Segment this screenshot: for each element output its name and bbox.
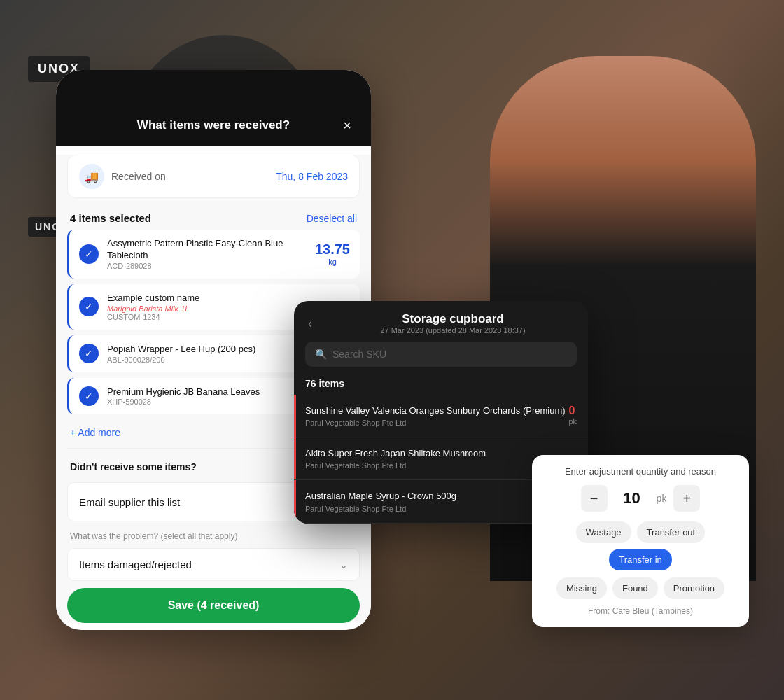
items-total: 76 items (294, 375, 588, 395)
save-button[interactable]: Save (4 received) (67, 588, 360, 623)
storage-item-unit: pk (568, 417, 577, 426)
phone-header-title: What items were received? (90, 118, 337, 132)
item-qty: 13.75 kg (315, 241, 350, 266)
qty-row: − 10 pk + (543, 485, 738, 512)
deselect-all-button[interactable]: Deselect all (307, 213, 357, 224)
phone-header: What items were received? × (56, 108, 371, 146)
item-qty-unit: kg (315, 258, 350, 266)
adjustment-card: Enter adjustment quantity and reason − 1… (532, 455, 749, 627)
qty-unit: pk (657, 493, 667, 504)
check-icon: ✓ (79, 344, 99, 363)
close-button[interactable]: × (337, 115, 357, 135)
storage-header: ‹ Storage cupboard 27 Mar 2023 (updated … (294, 301, 588, 342)
item-info: Assymetric Pattern Plastic Easy-Clean Bl… (107, 238, 307, 270)
storage-item-details: Australian Maple Syrup - Crown 500g Paru… (305, 490, 456, 512)
storage-item-supplier: Parul Vegetable Shop Pte Ltd (305, 419, 566, 427)
storage-subtitle: 27 Mar 2023 (updated 28 Mar 2023 18:37) (332, 326, 574, 335)
storage-item-details: Akita Super Fresh Japan Shiitake Mushroo… (305, 447, 486, 470)
check-icon: ✓ (79, 297, 99, 316)
back-button[interactable]: ‹ (308, 316, 325, 331)
reason-found[interactable]: Found (612, 578, 658, 599)
reason-wastage[interactable]: Wastage (576, 522, 631, 543)
minus-button[interactable]: − (581, 485, 608, 512)
email-supplier-text: Email supplier this list (79, 496, 180, 508)
check-icon: ✓ (79, 386, 99, 406)
storage-item-name: Akita Super Fresh Japan Shiitake Mushroo… (305, 447, 486, 460)
plus-button[interactable]: + (673, 485, 700, 512)
storage-item-name: Australian Maple Syrup - Crown 500g (305, 490, 456, 503)
truck-icon: 🚚 (79, 164, 104, 189)
received-label: Received on (111, 171, 166, 182)
items-damaged-text: Items damaged/rejected (79, 559, 192, 570)
items-count: 4 items selected (70, 212, 151, 224)
item-sku: ACD-289028 (107, 262, 307, 270)
qty-value: 10 (615, 489, 650, 507)
phone-notch-area (56, 70, 371, 108)
reason-promotion[interactable]: Promotion (664, 578, 724, 599)
reason-transfer-out[interactable]: Transfer out (637, 522, 706, 543)
phone-notch (178, 70, 248, 85)
search-input[interactable]: Search SKU (332, 349, 386, 360)
items-header: 4 items selected Deselect all (56, 206, 371, 230)
received-date[interactable]: Thu, 8 Feb 2023 (276, 171, 348, 182)
storage-item-qty-block: 0 pk (568, 405, 577, 426)
reason-buttons-row2: Missing Found Promotion (543, 578, 738, 599)
problem-label: What was the problem? (select all that a… (56, 527, 371, 545)
reason-buttons: Wastage Transfer out Transfer in (543, 522, 738, 570)
storage-item-name: Sunshine Valley Valencia Oranges Sunbury… (305, 405, 566, 417)
search-bar[interactable]: 🔍 Search SKU (305, 342, 577, 367)
list-item[interactable]: ✓ Assymetric Pattern Plastic Easy-Clean … (67, 230, 360, 279)
storage-title-block: Storage cupboard 27 Mar 2023 (updated 28… (332, 312, 574, 335)
storage-item-details: Sunshine Valley Valencia Oranges Sunbury… (305, 405, 566, 427)
list-item[interactable]: Sunshine Valley Valencia Oranges Sunbury… (294, 395, 588, 438)
storage-item-supplier: Parul Vegetable Shop Pte Ltd (305, 505, 456, 513)
storage-item-supplier: Parul Vegetable Shop Pte Ltd (305, 461, 486, 470)
storage-item-qty: 0 (568, 405, 577, 417)
reason-transfer-in[interactable]: Transfer in (609, 549, 672, 570)
items-damaged-row[interactable]: Items damaged/rejected ⌄ (67, 548, 360, 581)
adjustment-title: Enter adjustment quantity and reason (543, 466, 738, 477)
check-icon: ✓ (79, 244, 99, 264)
chevron-down-icon: ⌄ (340, 559, 348, 570)
from-label: From: Cafe Bleu (Tampines) (543, 606, 738, 616)
reason-missing[interactable]: Missing (556, 578, 607, 599)
item-name: Assymetric Pattern Plastic Easy-Clean Bl… (107, 238, 307, 262)
search-icon: 🔍 (315, 349, 327, 360)
storage-title: Storage cupboard (332, 312, 574, 326)
item-qty-number: 13.75 (315, 241, 350, 257)
received-bar: 🚚 Received on Thu, 8 Feb 2023 (67, 155, 360, 198)
